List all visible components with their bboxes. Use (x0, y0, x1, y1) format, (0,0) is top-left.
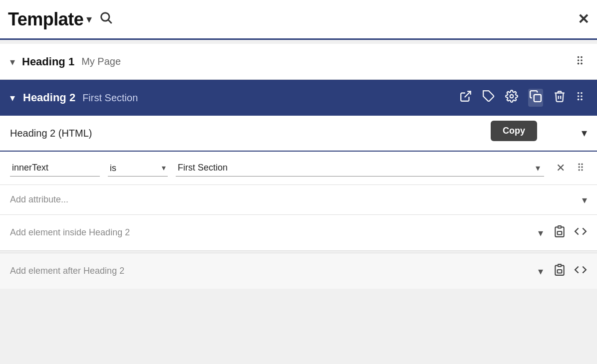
html-type-dropdown-icon[interactable]: ▾ (582, 127, 587, 140)
svg-rect-24 (558, 226, 562, 228)
add-element-inside-label: Add element inside Heading 2 (10, 227, 532, 238)
svg-point-17 (581, 99, 583, 101)
svg-point-12 (578, 92, 580, 94)
attribute-clear-icon[interactable]: ✕ (556, 162, 565, 175)
copy-tooltip-label: Copy (503, 126, 525, 136)
close-icon[interactable]: ✕ (578, 11, 589, 27)
svg-point-6 (581, 59, 583, 61)
svg-point-15 (581, 92, 583, 94)
heading1-collapse-icon[interactable]: ▾ (10, 56, 15, 68)
add-element-inside-chevron-icon[interactable]: ▾ (538, 227, 543, 239)
svg-point-18 (579, 163, 580, 165)
content-area: Heading 2 (HTML) ▾ Copy is contains star… (0, 116, 597, 251)
code-after-icon[interactable] (574, 263, 587, 279)
svg-point-3 (578, 59, 580, 61)
svg-rect-27 (558, 270, 562, 273)
heading1-sublabel: My Page (81, 56, 121, 67)
svg-rect-25 (558, 231, 562, 235)
attribute-value-chevron-icon[interactable]: ▾ (536, 163, 540, 174)
attribute-dots-icon[interactable] (577, 162, 587, 175)
add-element-inside-row: Add element inside Heading 2 ▾ (0, 215, 597, 251)
svg-point-16 (581, 95, 583, 97)
svg-point-7 (581, 62, 583, 64)
paste-after-icon[interactable] (553, 263, 566, 279)
code-inside-icon[interactable] (574, 225, 587, 240)
svg-point-0 (101, 13, 109, 21)
trash-icon[interactable] (553, 90, 566, 106)
heading-row-1: ▾ Heading 1 My Page (0, 44, 597, 80)
operator-select[interactable]: is contains starts with (108, 160, 168, 176)
svg-line-1 (109, 20, 112, 23)
svg-point-4 (578, 62, 580, 64)
svg-point-2 (578, 56, 580, 58)
search-icon[interactable] (99, 10, 113, 28)
heading2-dots-icon[interactable] (576, 91, 587, 105)
svg-point-14 (578, 99, 580, 101)
svg-rect-11 (534, 95, 541, 102)
add-attribute-row: Add attribute... ▾ (0, 185, 597, 215)
gear-icon[interactable] (505, 90, 518, 106)
add-element-after-label: Add element after Heading 2 (10, 266, 532, 276)
heading2-toolbar (459, 89, 587, 107)
svg-point-10 (510, 95, 514, 98)
svg-point-13 (578, 95, 580, 97)
add-attribute-label: Add attribute... (10, 194, 582, 205)
add-attribute-chevron-icon[interactable]: ▾ (582, 194, 587, 206)
svg-point-23 (581, 169, 583, 171)
html-type-row: Heading 2 (HTML) ▾ Copy (0, 116, 597, 152)
copy-tooltip: Copy (491, 121, 537, 141)
heading-row-2: ▾ Heading 2 First Section (0, 80, 597, 116)
tag-icon[interactable] (482, 90, 495, 106)
external-link-icon[interactable] (459, 90, 472, 106)
svg-point-20 (579, 169, 580, 171)
attribute-value-input[interactable] (176, 160, 536, 176)
svg-point-22 (581, 166, 583, 168)
attribute-value-wrapper: ▾ (176, 160, 544, 177)
heading1-label: Heading 1 (22, 55, 74, 68)
heading1-dots-icon[interactable] (576, 55, 587, 69)
top-bar: Template ▾ ✕ (0, 0, 597, 40)
svg-point-21 (581, 163, 583, 165)
svg-point-5 (581, 56, 583, 58)
copy-icon[interactable] (528, 89, 543, 107)
add-element-after-chevron-icon[interactable]: ▾ (538, 265, 543, 277)
svg-point-19 (579, 166, 580, 168)
paste-inside-icon[interactable] (553, 225, 566, 241)
attribute-row: is contains starts with ▾ ▾ ✕ (0, 152, 597, 185)
attribute-field-input[interactable] (10, 160, 100, 177)
heading2-label: Heading 2 (23, 91, 75, 104)
add-element-after-row: Add element after Heading 2 ▾ (0, 253, 597, 289)
svg-rect-26 (558, 264, 562, 266)
heading2-sublabel: First Section (82, 92, 138, 104)
title-chevron-icon[interactable]: ▾ (86, 13, 92, 26)
heading2-collapse-icon[interactable]: ▾ (10, 92, 15, 104)
app-title: Template (8, 9, 83, 30)
operator-select-wrapper: is contains starts with ▾ (108, 160, 168, 177)
svg-line-8 (465, 91, 471, 97)
